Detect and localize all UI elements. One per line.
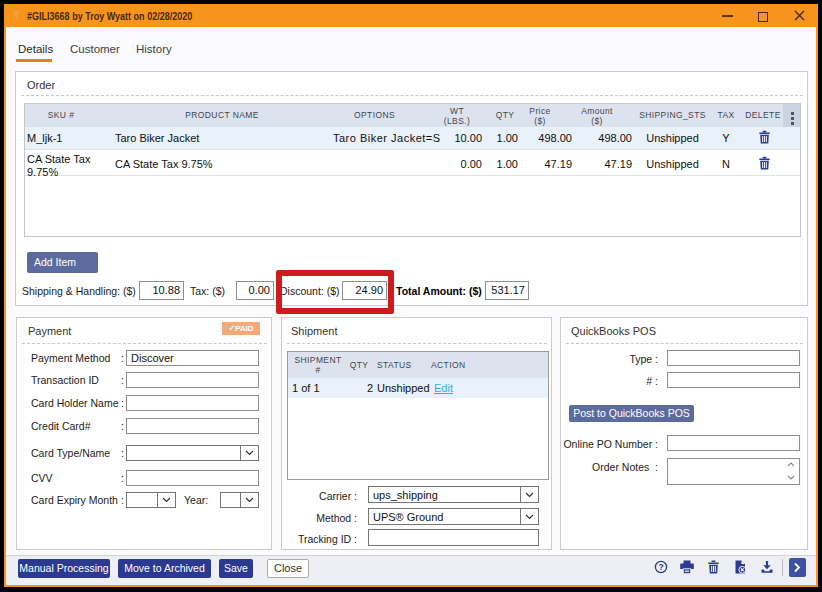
svg-text:?: ? — [658, 562, 663, 572]
